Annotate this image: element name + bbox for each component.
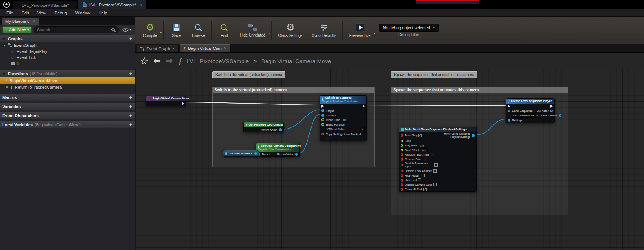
loop-pin[interactable] xyxy=(401,140,403,142)
macros-section-header[interactable]: Macros + xyxy=(0,94,135,101)
start-offset-pin[interactable] xyxy=(401,149,403,151)
save-button[interactable]: Save xyxy=(165,22,188,39)
window-tab-level[interactable]: LVL_PixotopeVSSample* xyxy=(13,1,78,9)
my-blueprint-tab[interactable]: My Blueprint × xyxy=(2,18,39,25)
close-icon[interactable]: × xyxy=(224,46,227,51)
class-settings-button[interactable]: ⚙ Class Settings xyxy=(274,21,307,39)
level-sequence-asset-picker[interactable]: LS_CameraMove… ▾ xyxy=(512,113,539,118)
menu-edit[interactable]: Edit xyxy=(17,9,33,16)
add-local-variable-button[interactable]: + xyxy=(129,122,132,127)
restore-state-checkbox[interactable]: ✓ xyxy=(424,158,427,161)
chevron-down-icon[interactable]: ▾ xyxy=(374,32,375,35)
pause-at-end-checkbox[interactable]: ✓ xyxy=(423,188,427,191)
blend-function-dropdown[interactable]: VTBlend Cubic ▾ xyxy=(325,127,365,131)
chevron-down-icon[interactable]: ▾ xyxy=(268,32,270,35)
menu-debug[interactable]: Debug xyxy=(50,9,71,16)
blueprint-graph-canvas[interactable]: ƒ LVL_PixotopeVSSample > Begin Virtual C… xyxy=(135,53,644,250)
auto-play-pin[interactable] xyxy=(401,134,403,137)
preview-live-button[interactable]: Preview Live ▾ xyxy=(345,22,375,39)
blend-time-pin[interactable] xyxy=(321,118,324,121)
return-value-pin[interactable] xyxy=(559,114,561,117)
camera-pin[interactable] xyxy=(321,114,324,117)
copy-settings-checkbox[interactable]: ✓ xyxy=(326,137,329,140)
menu-view[interactable]: View xyxy=(33,9,51,16)
return-value-pin[interactable] xyxy=(295,153,298,156)
random-start-time-pin[interactable] xyxy=(401,153,403,156)
add-new-button[interactable]: + Add New ▾ xyxy=(2,26,32,33)
disable-movement-input-checkbox[interactable]: ✓ xyxy=(434,163,438,167)
hide-hud-checkbox[interactable]: ✓ xyxy=(418,178,421,182)
breadcrumb-root[interactable]: LVL_PixotopeVSSample xyxy=(187,58,249,64)
exec-out-pin[interactable] xyxy=(182,102,184,105)
random-start-time-checkbox[interactable]: ✓ xyxy=(431,153,434,156)
disable-look-at-input-checkbox[interactable]: ✓ xyxy=(433,169,437,173)
variables-section-header[interactable]: Variables + xyxy=(0,103,135,110)
exec-out-pin[interactable] xyxy=(363,105,365,108)
search-input[interactable] xyxy=(37,27,109,32)
window-tab-level-active[interactable]: LVL_PixotopeVSSample* × xyxy=(78,0,147,9)
hide-player-checkbox[interactable]: ✓ xyxy=(421,174,425,177)
auto-play-checkbox[interactable]: ✓ xyxy=(418,134,422,137)
add-variable-button[interactable]: + xyxy=(129,104,132,109)
class-defaults-button[interactable]: Class Defaults xyxy=(307,22,340,39)
sidebar-item-t[interactable]: T xyxy=(0,61,135,67)
add-dispatcher-button[interactable]: + xyxy=(129,113,132,118)
playback-settings-out-pin[interactable] xyxy=(472,134,475,137)
data-wire-settings-to-create[interactable] xyxy=(476,119,507,135)
node-virtualcamera-getter[interactable]: VirtualCamera 1 xyxy=(222,150,259,157)
node-begin-virtual-camera-move[interactable]: Begin Virtual Camera Move xyxy=(146,96,186,106)
exec-in-pin[interactable] xyxy=(321,105,324,108)
hide-hud-pin[interactable] xyxy=(401,179,403,182)
blend-function-pin[interactable] xyxy=(321,123,324,126)
local-variables-section-header[interactable]: Local Variables (BeginVirtualCameraMove)… xyxy=(0,121,135,128)
disable-movement-input-pin[interactable] xyxy=(401,164,403,166)
add-function-button[interactable]: + xyxy=(129,71,132,76)
tab-event-graph[interactable]: Event Graph × xyxy=(137,45,179,52)
close-icon[interactable]: × xyxy=(172,46,175,51)
node-get-cine-camera-component[interactable]: ƒ Get Cine Camera Component Target is Ci… xyxy=(256,143,300,157)
chevron-down-icon[interactable]: ▾ xyxy=(160,31,162,35)
sidebar-item-event-beginplay[interactable]: ◇ Event BeginPlay xyxy=(0,48,135,54)
level-sequence-pin[interactable] xyxy=(508,110,510,112)
blend-time-value[interactable]: 0.0 xyxy=(342,118,349,122)
find-button[interactable]: Find xyxy=(213,22,235,39)
back-arrow-icon[interactable] xyxy=(153,58,161,64)
debug-object-dropdown[interactable]: No debug object selected ▾ xyxy=(379,24,439,32)
settings-pin[interactable] xyxy=(508,119,510,122)
expand-arrow-icon[interactable] xyxy=(3,45,6,46)
node-create-level-sequence-player[interactable]: ƒ Create Level Sequence Player Level Seq… xyxy=(506,98,555,123)
browse-button[interactable]: Browse xyxy=(188,22,210,39)
node-make-playback-settings[interactable]: Make MovieSceneSequencePlaybackSettings … xyxy=(399,127,477,192)
play-rate-value[interactable]: 1.0 xyxy=(419,144,426,148)
compile-button[interactable]: ⚙ Compile ▾ xyxy=(138,21,162,39)
sidebar-item-eventgraph[interactable]: EventGraph xyxy=(0,42,135,48)
return-value-pin[interactable] xyxy=(279,128,282,131)
close-icon[interactable]: × xyxy=(139,3,142,7)
tab-begin-virtual-cam[interactable]: ƒ Begin Virtual Cam × xyxy=(180,44,231,52)
sidebar-item-event-tick[interactable]: ◇ Event Tick xyxy=(0,54,135,61)
sidebar-item-returntotrackedcamera[interactable]: ★ ƒ ReturnToTrackedCamera xyxy=(0,84,135,90)
node-switch-to-camera[interactable]: ƒ Switch to Camera Target is Pixotope Co… xyxy=(320,95,367,141)
disable-camera-cuts-checkbox[interactable]: ✓ xyxy=(433,183,437,186)
start-offset-value[interactable]: 0.0 xyxy=(421,148,428,152)
variable-out-pin[interactable] xyxy=(254,152,257,155)
hide-unrelated-button[interactable]: Hide Unrelated ▾ xyxy=(235,22,270,39)
graphs-section-header[interactable]: Graphs + xyxy=(0,35,135,42)
copy-settings-pin[interactable] xyxy=(321,133,324,135)
disable-camera-cuts-pin[interactable] xyxy=(401,183,403,186)
menu-help[interactable]: Help xyxy=(94,9,111,16)
pause-at-end-pin[interactable] xyxy=(401,188,403,191)
play-rate-pin[interactable] xyxy=(401,144,403,147)
view-options-button[interactable]: ▾ xyxy=(121,28,132,32)
exec-out-pin[interactable] xyxy=(550,105,553,108)
exec-wire-begin-to-switch[interactable] xyxy=(185,102,320,105)
node-get-pixotope-coordinator[interactable]: ƒ Get Pixotope Coordinator Return Value xyxy=(243,122,284,132)
hide-player-pin[interactable] xyxy=(401,174,403,177)
exec-in-pin[interactable] xyxy=(508,105,510,108)
add-macro-button[interactable]: + xyxy=(129,95,132,100)
favorite-star-icon[interactable] xyxy=(141,57,148,64)
menu-file[interactable]: File xyxy=(2,9,17,16)
menu-window[interactable]: Window xyxy=(71,9,94,16)
event-dispatchers-section-header[interactable]: Event Dispatchers + xyxy=(0,112,135,119)
sidebar-item-beginvirtualcameramove[interactable]: ƒ BeginVirtualCameraMove xyxy=(0,77,135,84)
